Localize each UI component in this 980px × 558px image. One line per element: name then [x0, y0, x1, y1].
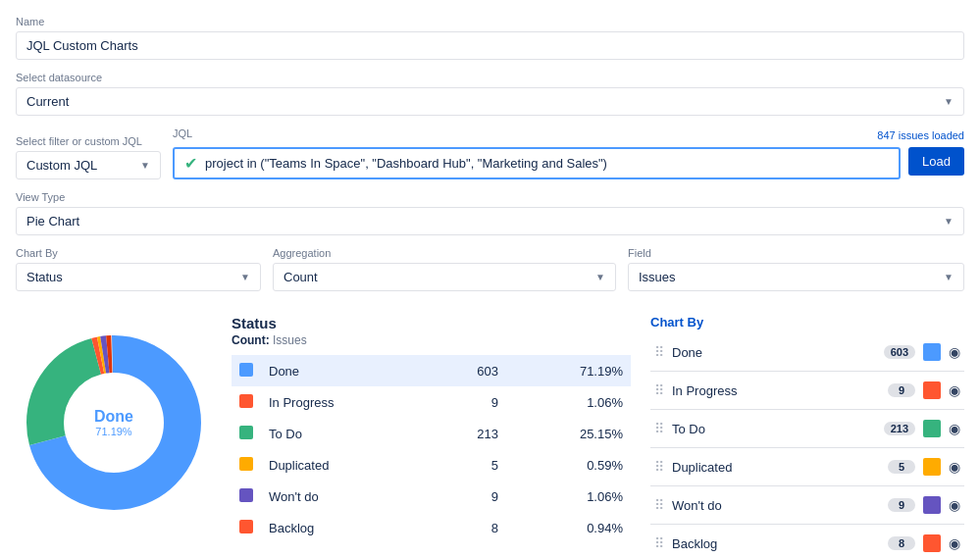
name-group: Name — [16, 16, 964, 60]
aggregation-group: Aggregation Count ▼ — [273, 247, 616, 291]
row-name: To Do — [261, 418, 427, 449]
chartby-select[interactable]: Status ▼ — [16, 263, 261, 291]
row-name: Duplicated — [261, 449, 427, 481]
chartby-chevron-icon: ▼ — [240, 272, 250, 282]
datasource-chevron-icon: ▼ — [944, 96, 954, 107]
jql-loaded-text: 847 issues loaded — [877, 129, 964, 141]
row-color-swatch — [239, 457, 253, 471]
right-panel: Chart By ⠿ Done 603 ◉ ⠿ In Progress 9 ◉ … — [650, 315, 964, 558]
subtitle-label: Count: — [232, 333, 270, 347]
legend-color-swatch[interactable] — [923, 534, 941, 552]
aggregation-chevron-icon: ▼ — [595, 272, 605, 282]
status-title: Status — [232, 315, 631, 331]
chart-options-row: Chart By Status ▼ Aggregation Count ▼ Fi… — [16, 247, 964, 291]
legend-count: 213 — [884, 422, 915, 435]
eye-icon[interactable]: ◉ — [949, 535, 960, 551]
aggregation-select[interactable]: Count ▼ — [273, 263, 616, 291]
row-name: In Progress — [261, 386, 427, 418]
eye-icon[interactable]: ◉ — [949, 382, 960, 398]
field-group: Field Issues ▼ — [628, 247, 964, 291]
name-input[interactable] — [16, 31, 964, 60]
legend-item: ⠿ Duplicated 5 ◉ — [650, 452, 964, 482]
donut-center-pct: 71.19% — [94, 426, 133, 437]
field-label: Field — [628, 247, 964, 259]
drag-handle-icon[interactable]: ⠿ — [654, 382, 664, 398]
table-row: In Progress 9 1.06% — [232, 386, 631, 418]
eye-icon[interactable]: ◉ — [949, 421, 960, 436]
legend-color-swatch[interactable] — [923, 381, 941, 399]
viewtype-value: Pie Chart — [26, 214, 944, 228]
chart-section: Done 71.19% Status Count: Issues Done 60… — [16, 303, 964, 558]
filter-jql-row: Select filter or custom JQL Custom JQL ▼… — [16, 127, 964, 179]
field-chevron-icon: ▼ — [944, 272, 954, 282]
eye-icon[interactable]: ◉ — [949, 497, 960, 513]
load-button[interactable]: Load — [908, 147, 964, 176]
status-subtitle: Count: Issues — [232, 333, 631, 347]
datasource-label: Select datasource — [16, 72, 964, 83]
donut-center-label: Done — [94, 408, 133, 426]
drag-handle-icon[interactable]: ⠿ — [654, 535, 664, 551]
drag-handle-icon[interactable]: ⠿ — [654, 497, 664, 513]
legend-name: To Do — [672, 422, 876, 436]
legend-name: Done — [672, 345, 876, 360]
row-pct: 25.15% — [510, 418, 631, 449]
viewtype-chevron-icon: ▼ — [944, 216, 954, 227]
datasource-group: Select datasource Current ▼ — [16, 72, 964, 116]
legend-item: ⠿ Done 603 ◉ — [650, 337, 964, 367]
legend-count: 9 — [888, 498, 915, 512]
legend-count: 603 — [884, 345, 915, 359]
drag-handle-icon[interactable]: ⠿ — [654, 421, 664, 436]
viewtype-select[interactable]: Pie Chart ▼ — [16, 207, 964, 235]
jql-label: JQL — [173, 127, 192, 139]
row-count: 5 — [427, 449, 510, 481]
row-count: 9 — [427, 386, 510, 418]
datasource-value: Current — [26, 94, 944, 109]
filter-select[interactable]: Custom JQL ▼ — [16, 151, 161, 179]
aggregation-value: Count — [284, 270, 595, 284]
right-panel-title: Chart By — [650, 315, 964, 330]
legend-color-swatch[interactable] — [923, 343, 941, 361]
row-pct: 71.19% — [510, 355, 631, 386]
datasource-select[interactable]: Current ▼ — [16, 87, 964, 116]
drag-handle-icon[interactable]: ⠿ — [654, 344, 664, 360]
filter-chevron-icon: ▼ — [140, 160, 150, 171]
eye-icon[interactable]: ◉ — [949, 344, 960, 360]
legend-divider — [650, 447, 964, 448]
legend-divider — [650, 409, 964, 410]
jql-input-wrapper[interactable]: ✔ — [173, 147, 901, 179]
jql-group: JQL 847 issues loaded ✔ Load — [173, 127, 964, 179]
row-pct: 1.06% — [510, 481, 631, 512]
filter-label: Select filter or custom JQL — [16, 135, 161, 147]
drag-handle-icon[interactable]: ⠿ — [654, 459, 664, 475]
status-table-wrap: Status Count: Issues Done 603 71.19% In … — [232, 315, 631, 558]
row-color-swatch — [239, 363, 253, 377]
legend-color-swatch[interactable] — [923, 496, 941, 514]
legend-item: ⠿ To Do 213 ◉ — [650, 414, 964, 443]
field-select[interactable]: Issues ▼ — [628, 263, 964, 291]
eye-icon[interactable]: ◉ — [949, 459, 960, 475]
row-color-swatch — [239, 394, 253, 408]
chartby-value: Status — [26, 270, 240, 284]
legend-name: Backlog — [672, 536, 880, 551]
row-count: 213 — [427, 418, 510, 449]
legend-item: ⠿ Won't do 9 ◉ — [650, 490, 964, 520]
row-pct: 1.06% — [510, 386, 631, 418]
table-row: Won't do 9 1.06% — [232, 481, 631, 512]
row-name: Backlog — [261, 512, 427, 543]
legend-divider — [650, 371, 964, 372]
chartby-group: Chart By Status ▼ — [16, 247, 261, 291]
row-pct: 0.94% — [510, 512, 631, 543]
row-color-swatch — [239, 488, 253, 502]
legend-color-swatch[interactable] — [923, 458, 941, 476]
legend-divider — [650, 485, 964, 486]
row-name: Done — [261, 355, 427, 386]
aggregation-label: Aggregation — [273, 247, 616, 259]
donut-label: Done 71.19% — [94, 408, 133, 437]
legend-color-swatch[interactable] — [923, 420, 941, 437]
jql-input[interactable] — [205, 156, 889, 171]
filter-group: Select filter or custom JQL Custom JQL ▼ — [16, 135, 161, 179]
legend-item: ⠿ Backlog 8 ◉ — [650, 529, 964, 558]
table-row: To Do 213 25.15% — [232, 418, 631, 449]
row-count: 603 — [427, 355, 510, 386]
field-value: Issues — [639, 270, 944, 284]
